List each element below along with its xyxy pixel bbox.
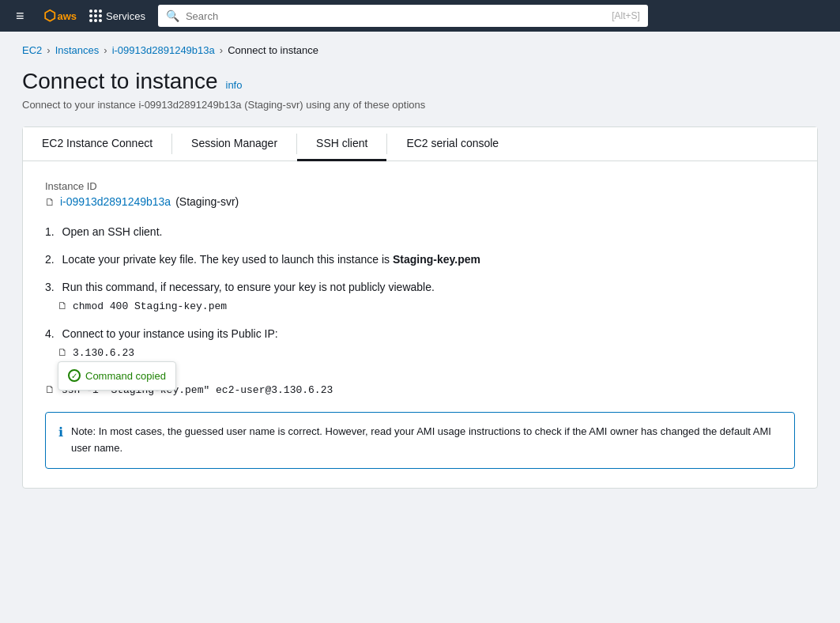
note-text: Note: In most cases, the guessed user na… [71,424,782,457]
search-shortcut: [Alt+S] [612,10,640,21]
breadcrumb-sep-1: › [47,44,50,56]
tab-ssh-client[interactable]: SSH client [297,127,386,161]
step-4-ip: 3.130.6.23 [73,345,134,361]
note-box: ℹ Note: In most cases, the guessed user … [45,412,795,469]
tabs-bar: EC2 Instance Connect Session Manager SSH… [23,127,817,161]
step-3-code: 🗋 chmod 400 Staging-key.pem [58,299,795,315]
step-1: 1. Open an SSH client. [45,224,795,240]
step-4-number: 4. [45,327,55,340]
main-container: EC2 › Instances › i-09913d2891249b13a › … [0,32,840,623]
step-2-number: 2. [45,253,55,266]
step-1-number: 1. [45,225,55,238]
tab-ec2-serial-console[interactable]: EC2 serial console [387,127,518,161]
breadcrumb-sep-3: › [220,44,223,56]
command-copied-tooltip: ✓ Command copied [58,361,176,391]
copy-icon-step4[interactable]: 🗋 [58,347,68,359]
sidebar-toggle[interactable]: ≡ [9,5,31,28]
tab-ec2-instance-connect[interactable]: EC2 Instance Connect [23,127,171,161]
breadcrumb-sep-2: › [104,44,107,56]
page-header: Connect to instance info [22,69,818,94]
aws-logo[interactable]: ⬡ aws [43,7,77,25]
info-link[interactable]: info [226,79,243,91]
instance-name: (Staging-svr) [175,195,239,208]
command-copied-text: Command copied [85,368,166,384]
breadcrumb-instance-id[interactable]: i-09913d2891249b13a [112,44,215,56]
services-grid-icon [89,9,102,22]
check-circle-icon: ✓ [68,369,81,382]
step-2-text: Locate your private key file. The key us… [62,253,480,266]
step-4-text: Connect to your instance using its Publi… [62,327,278,340]
tab-session-manager[interactable]: Session Manager [172,127,296,161]
page-subtitle: Connect to your instance i-09913d2891249… [22,99,818,111]
instance-id-section: Instance ID 🗋 i-09913d2891249b13a (Stagi… [45,180,795,208]
page-title: Connect to instance info [22,69,818,94]
copy-icon-instance[interactable]: 🗋 [45,196,55,208]
step-3-code-text: chmod 400 Staging-key.pem [73,299,227,315]
search-input[interactable] [186,10,605,22]
content-card: EC2 Instance Connect Session Manager SSH… [22,126,818,489]
copy-icon-step3[interactable]: 🗋 [58,299,68,315]
step-4: 4. Connect to your instance using its Pu… [45,326,795,361]
top-nav: ≡ ⬡ aws Services 🔍 [Alt+S] [0,0,840,32]
breadcrumb: EC2 › Instances › i-09913d2891249b13a › … [22,44,818,56]
breadcrumb-current: Connect to instance [228,44,318,56]
aws-text: aws [58,10,77,22]
services-button[interactable]: Services [89,9,145,22]
copy-tooltip-wrapper: 🗋 ✓ Command copied [58,345,68,361]
copy-icon-ssh[interactable]: 🗋 [45,384,55,396]
info-circle-icon: ℹ [58,425,63,440]
tab-content: Instance ID 🗋 i-09913d2891249b13a (Stagi… [23,161,817,488]
step-2: 2. Locate your private key file. The key… [45,251,795,268]
instance-id-link[interactable]: i-09913d2891249b13a [60,195,171,208]
search-icon: 🔍 [166,9,179,22]
steps-list: 1. Open an SSH client. 2. Locate your pr… [45,224,795,361]
step-3-text: Run this command, if necessary, to ensur… [62,281,435,293]
breadcrumb-instances[interactable]: Instances [55,44,100,56]
search-bar[interactable]: 🔍 [Alt+S] [158,5,648,27]
step-3: 3. Run this command, if necessary, to en… [45,279,795,315]
instance-id-label: Instance ID [45,180,795,192]
breadcrumb-ec2[interactable]: EC2 [22,44,42,56]
step-4-code: 🗋 ✓ Command copied 3.130.6.23 [58,345,795,361]
step-3-number: 3. [45,281,55,293]
instance-id-value: 🗋 i-09913d2891249b13a (Staging-svr) [45,195,795,208]
step-1-text: Open an SSH client. [62,225,163,238]
